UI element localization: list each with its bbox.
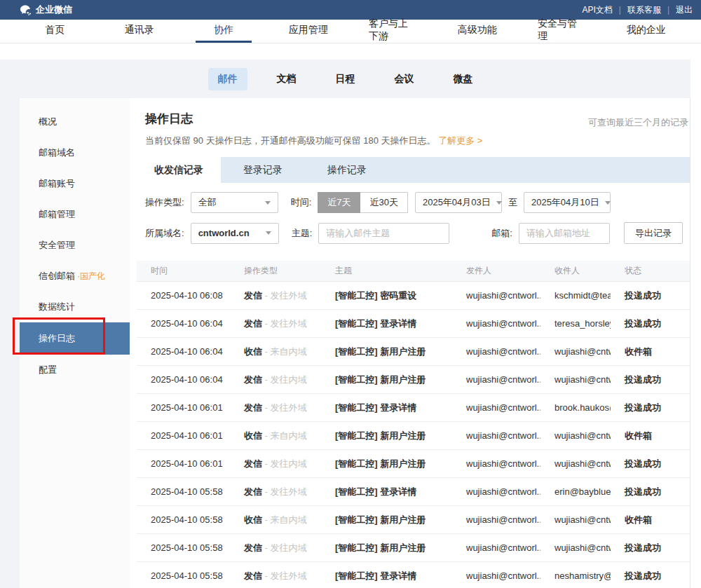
sidebar-item-7[interactable]: 操作日志 [20,322,130,355]
quick-range-0[interactable]: 近7天 [318,192,360,213]
table-row: 2025-04-10 05:58发信 - 发往外域[智能工控] 登录详情wuji… [137,562,690,588]
cell-operation-type: 发信 - 发往外域 [230,486,321,498]
module-tab-2[interactable]: 日程 [326,68,365,90]
record-tab-0[interactable]: 收发信记录 [137,157,221,183]
date-from-select[interactable]: 2025年04月03日 [415,192,502,213]
operation-type-main: 发信 [244,486,262,497]
table-body: 2025-04-10 06:08发信 - 发往外域[智能工控] 密码重设wuji… [137,282,690,588]
cell-time: 2025-04-10 06:04 [137,374,230,385]
nav-item-6[interactable]: 安全与管理 [519,20,604,43]
cell-subject: [智能工控] 新用户注册 [321,430,452,442]
sidebar-item-6[interactable]: 数据统计 [20,292,130,322]
topbar-link-logout[interactable]: 退出 [676,4,693,16]
cell-operation-type: 发信 - 发往外域 [230,317,321,330]
sidebar-item-1[interactable]: 邮箱域名 [20,137,130,168]
date-to-select[interactable]: 2025年04月10日 [524,192,611,213]
cell-status: 投递成功 [611,402,690,414]
page-header: 操作日志 可查询最近三个月的记录 当前仅保留 90 天操作日志，开通邮件高级功能… [137,98,690,147]
filter-row-1: 操作类型: 全部 时间: 近7天近30天 2025年04月03日 至 2025年… [137,192,690,213]
sidebar-item-label: 数据统计 [39,301,75,313]
table-header-cell: 状态 [611,265,690,277]
module-tab-1[interactable]: 文档 [267,68,306,90]
record-type-tabs: 收发信记录登录记录操作记录 [137,157,690,183]
main-nav: 首页通讯录协作应用管理客户与上下游高级功能安全与管理我的企业 [0,20,701,43]
cell-status: 投递成功 [611,458,690,470]
module-tab-3[interactable]: 会议 [385,68,424,90]
record-tab-1[interactable]: 登录记录 [221,157,305,183]
nav-item-5[interactable]: 高级功能 [435,20,520,43]
module-tab-4[interactable]: 微盘 [444,68,483,90]
query-range-hint: 可查询最近三个月的记录 [588,116,688,129]
operation-type-main: 收信 [244,346,262,357]
cell-subject: [智能工控] 登录详情 [321,570,452,582]
nav-item-3[interactable]: 应用管理 [266,20,351,43]
nav-item-7[interactable]: 我的企业 [604,20,689,43]
nav-item-label: 客户与上下游 [350,20,435,43]
quick-range-1[interactable]: 近30天 [360,192,407,213]
chevron-down-icon [605,201,611,205]
sidebar-item-8[interactable]: 配置 [20,355,130,385]
cell-operation-type: 收信 - 来自内域 [230,514,321,526]
sidebar-item-0[interactable]: 概况 [20,107,130,137]
sidebar-item-2[interactable]: 邮箱账号 [20,168,130,199]
subject-input[interactable] [318,223,449,244]
cell-status: 投递成功 [611,486,690,498]
domain-select[interactable]: cntworld.cn [191,223,279,244]
type-filter-label: 操作类型: [145,196,184,209]
module-tab-band: 邮件文档日程会议微盘 [0,60,690,98]
topbar-link-api-docs[interactable]: API文档 [582,4,612,16]
nav-item-2[interactable]: 协作 [182,20,266,43]
cell-sender: wujiashi@cntworl... [452,430,540,441]
export-records-button[interactable]: 导出记录 [624,222,683,244]
cell-sender: wujiashi@cntworl... [452,318,540,329]
nav-item-1[interactable]: 通讯录 [97,20,182,43]
sidebar-item-3[interactable]: 邮箱管理 [20,199,130,230]
operation-type-main: 发信 [244,318,262,329]
operation-type-select[interactable]: 全部 [191,192,278,213]
operation-type-detail: - 发往外域 [262,290,307,301]
sidebar-item-label: 概况 [39,116,57,128]
mailbox-input[interactable] [519,223,610,244]
table-row: 2025-04-10 06:08发信 - 发往外域[智能工控] 密码重设wuji… [137,282,690,310]
sidebar-item-label: 邮箱域名 [39,146,75,159]
filter-panel: 操作类型: 全部 时间: 近7天近30天 2025年04月03日 至 2025年… [137,192,690,244]
cell-time: 2025-04-10 05:58 [137,514,230,525]
operation-type-main: 发信 [244,290,262,301]
operation-type-detail: - 发往外域 [262,402,307,413]
time-filter-label: 时间: [291,196,312,209]
cell-receiver: wujiashi@cntworl... [540,430,611,441]
cell-status: 收件箱 [611,514,690,526]
cell-subject: [智能工控] 登录详情 [321,486,452,498]
operation-type-main: 发信 [244,570,262,581]
sidebar: 概况邮箱域名邮箱账号邮箱管理安全管理信创邮箱·国产化数据统计操作日志配置 [20,98,130,588]
table-row: 2025-04-10 05:58发信 - 发往外域[智能工控] 登录详情wuji… [137,478,690,506]
learn-more-link[interactable]: 了解更多 > [438,135,482,146]
sidebar-item-4[interactable]: 安全管理 [20,230,130,261]
main-panel: 操作日志 可查询最近三个月的记录 当前仅保留 90 天操作日志，开通邮件高级功能… [130,98,690,588]
cell-receiver: wujiashi@cntworl... [540,514,611,525]
cell-receiver: erin@bayblueespr... [540,486,611,497]
sidebar-item-label: 邮箱管理 [39,208,75,221]
left-gutter [0,98,20,588]
filter-row-2: 所属域名: cntworld.cn 主题: 邮箱: 导出记录 [137,222,690,244]
table-row: 2025-04-10 06:01发信 - 发往内域[智能工控] 新用户注册wuj… [137,450,690,478]
nav-item-0[interactable]: 首页 [13,20,97,43]
module-tab-0[interactable]: 邮件 [208,68,247,90]
table-row: 2025-04-10 06:04收信 - 来自内域[智能工控] 新用户注册wuj… [137,338,690,366]
cell-time: 2025-04-10 06:01 [137,430,230,441]
cell-status: 收件箱 [611,430,690,442]
cell-time: 2025-04-10 06:08 [137,290,230,301]
sidebar-item-5[interactable]: 信创邮箱·国产化 [20,261,130,292]
spacer [0,43,701,60]
cell-subject: [智能工控] 新用户注册 [321,458,452,470]
operation-type-detail: - 发往外域 [262,486,307,497]
nav-item-4[interactable]: 客户与上下游 [350,20,435,43]
operation-type-main: 收信 [244,430,262,441]
operation-type-main: 发信 [244,542,262,553]
domain-value: cntworld.cn [198,228,250,238]
topbar-link-separator: | [667,5,669,15]
topbar-link-contact-support[interactable]: 联系客服 [627,4,661,16]
cell-sender: wujiashi@cntworl... [452,514,540,525]
cell-receiver: neshamistry@gma... [540,570,611,581]
record-tab-2[interactable]: 操作记录 [305,157,389,183]
